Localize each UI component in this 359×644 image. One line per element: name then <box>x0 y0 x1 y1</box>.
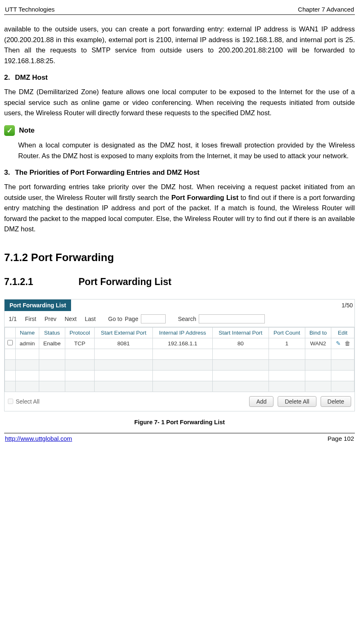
header-left: UTT Technologies <box>5 6 55 13</box>
button-group: Add Delete All Delete <box>249 396 351 407</box>
col-status: Status <box>39 327 65 338</box>
col-bind-to: Bind to <box>305 327 331 338</box>
header-right: Chapter 7 Advanced <box>298 6 354 13</box>
page-header: UTT Technologies Chapter 7 Advanced <box>4 5 355 15</box>
goto-label: Go to <box>108 316 122 322</box>
priorities-paragraph: The port forwarding entries take priorit… <box>4 182 355 235</box>
col-protocol: Protocol <box>65 327 94 338</box>
goto-page-input[interactable] <box>141 314 166 323</box>
select-all-label: Select All <box>16 398 40 405</box>
table-row <box>5 349 354 359</box>
heading-title: Port Forwarding List <box>78 276 171 287</box>
edit-icon[interactable]: ✎ <box>335 340 342 347</box>
pf-table: Name Status Protocol Start External Port… <box>5 327 354 392</box>
cell-int-port: 80 <box>212 338 269 349</box>
prev-link[interactable]: Prev <box>45 316 57 322</box>
last-link[interactable]: Last <box>85 316 95 322</box>
check-icon: ✓ <box>4 125 15 136</box>
select-all[interactable]: Select All <box>8 398 40 405</box>
col-edit: Edit <box>331 327 354 338</box>
pf-footer: Select All Add Delete All Delete <box>5 392 354 411</box>
note-header: ✓ Note <box>4 125 355 136</box>
pf-toolbar: 1/1 First Prev Next Last Go to Page Sear… <box>5 311 354 327</box>
section-2-heading: 2. DMZ Host <box>4 74 355 82</box>
add-button[interactable]: Add <box>249 396 273 407</box>
row-checkbox[interactable] <box>7 340 13 345</box>
edit-cell: ✎ 🗑 <box>334 340 352 347</box>
section-3-num: 3. <box>4 169 10 177</box>
dmz-paragraph: The DMZ (Demilitarized Zone) feature all… <box>4 87 355 119</box>
search-input[interactable] <box>199 314 265 323</box>
cell-protocol: TCP <box>65 338 94 349</box>
pf-header: Port Forwarding List 1/50 <box>5 299 354 311</box>
col-ext-port: Start External Port <box>95 327 153 338</box>
page-label: Page <box>125 316 138 322</box>
table-row <box>5 381 354 392</box>
table-row: admin Enalbe TCP 8081 192.168.1.1 80 1 W… <box>5 338 354 349</box>
footer-page-num: Page 102 <box>328 435 354 442</box>
delete-button[interactable]: Delete <box>321 396 351 407</box>
pf-count: 1/50 <box>342 302 353 309</box>
heading-num: 7.1.2.1 <box>4 276 78 288</box>
cell-count: 1 <box>269 338 305 349</box>
intro-paragraph: available to the outside users, you can … <box>4 24 355 66</box>
note-body: When a local computer is designated as t… <box>4 140 355 161</box>
figure-caption: Figure 7- 1 Port Forwarding List <box>4 419 355 425</box>
section-2-num: 2. <box>4 74 10 82</box>
next-link[interactable]: Next <box>64 316 76 322</box>
para3-bold: Port Forwarding List <box>171 194 238 201</box>
cell-bind: WAN2 <box>305 338 331 349</box>
cell-ext-port: 8081 <box>95 338 153 349</box>
cell-name: admin <box>16 338 39 349</box>
col-checkbox <box>5 327 16 338</box>
col-name: Name <box>16 327 39 338</box>
col-port-count: Port Count <box>269 327 305 338</box>
col-int-ip: Internal IP Address <box>152 327 212 338</box>
page-info: 1/1 <box>9 316 17 322</box>
col-int-port: Start Internal Port <box>212 327 269 338</box>
search-label: Search <box>178 316 196 322</box>
table-row <box>5 370 354 381</box>
cell-int-ip: 192.168.1.1 <box>152 338 212 349</box>
delete-icon[interactable]: 🗑 <box>344 340 351 347</box>
delete-all-button[interactable]: Delete All <box>278 396 316 407</box>
note-label: Note <box>19 126 35 135</box>
search-group: Search <box>178 314 265 323</box>
footer-link[interactable]: http://www.uttglobal.com <box>5 435 72 442</box>
pf-tab-title: Port Forwarding List <box>5 299 71 311</box>
pf-nav: 1/1 First Prev Next Last <box>9 316 96 322</box>
section-3-title: The Priorities of Port Forwarding Entrie… <box>15 169 200 177</box>
select-all-checkbox[interactable] <box>8 399 13 404</box>
table-row <box>5 359 354 370</box>
port-forwarding-panel: Port Forwarding List 1/50 1/1 First Prev… <box>4 299 355 411</box>
page-footer: http://www.uttglobal.com Page 102 <box>4 433 355 442</box>
first-link[interactable]: First <box>25 316 36 322</box>
cell-status: Enalbe <box>39 338 65 349</box>
section-3-heading: 3. The Priorities of Port Forwarding Ent… <box>4 169 355 177</box>
goto-group: Go to Page <box>108 314 166 323</box>
heading-7-1-2: 7.1.2 Port Forwarding <box>4 251 355 264</box>
heading-7-1-2-1: 7.1.2.1Port Forwarding List <box>4 276 355 288</box>
pf-table-header-row: Name Status Protocol Start External Port… <box>5 327 354 338</box>
section-2-title: DMZ Host <box>15 74 48 82</box>
